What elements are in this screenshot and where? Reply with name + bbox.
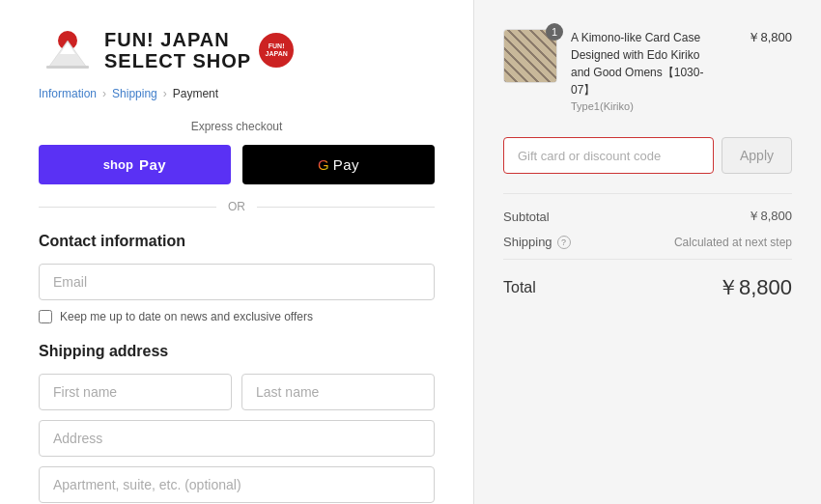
product-image-wrap: 1 <box>503 29 557 83</box>
breadcrumb-sep-2: › <box>163 87 167 100</box>
subtotal-label: Subtotal <box>503 210 550 224</box>
gpay-pay-text: Pay <box>333 156 359 173</box>
apt-field[interactable] <box>39 466 435 503</box>
last-name-field[interactable] <box>241 374 435 410</box>
contact-section-title: Contact information <box>39 233 435 250</box>
breadcrumb: Information › Shipping › Payment <box>39 87 435 100</box>
breadcrumb-sep-1: › <box>102 87 106 100</box>
subtotal-row: Subtotal ￥8,800 <box>503 208 792 225</box>
shipping-label: Shipping ? <box>503 235 571 249</box>
gpay-g-icon: G <box>318 156 329 173</box>
product-info: A Kimono-like Card Case Designed with Ed… <box>571 29 721 114</box>
newsletter-checkbox[interactable] <box>39 310 52 323</box>
svg-rect-3 <box>46 66 89 69</box>
logo-area: FUN! JAPAN SELECT SHOP FUN! JAPAN <box>39 29 435 71</box>
or-divider: OR <box>39 200 435 213</box>
breadcrumb-shipping[interactable]: Shipping <box>112 87 157 100</box>
discount-row: Apply <box>503 137 792 174</box>
gpay-button[interactable]: G Pay <box>242 145 435 184</box>
address-field[interactable] <box>39 420 435 457</box>
newsletter-row: Keep me up to date on news and exclusive… <box>39 310 435 323</box>
breadcrumb-information[interactable]: Information <box>39 87 97 100</box>
product-row: 1 A Kimono-like Card Case Designed with … <box>503 29 792 114</box>
shipping-section-title: Shipping address <box>39 343 435 360</box>
product-name: A Kimono-like Card Case Designed with Ed… <box>571 29 721 98</box>
first-name-field[interactable] <box>39 374 232 410</box>
subtotal-value: ￥8,800 <box>748 208 792 225</box>
shoppay-button[interactable]: shop Pay <box>39 145 231 184</box>
grand-total-value: ￥8,800 <box>718 273 792 302</box>
grand-total-row: Total ￥8,800 <box>503 259 792 302</box>
left-panel: FUN! JAPAN SELECT SHOP FUN! JAPAN Inform… <box>0 0 473 504</box>
product-price: ￥8,800 <box>734 29 792 46</box>
express-checkout-label: Express checkout <box>39 120 435 133</box>
express-buttons: shop Pay G Pay <box>39 145 435 184</box>
shoppay-pay-text: Pay <box>139 156 166 173</box>
name-row <box>39 374 435 410</box>
shipping-row: Shipping ? Calculated at next step <box>503 235 792 249</box>
email-field[interactable] <box>39 264 435 300</box>
breadcrumb-current: Payment <box>173 87 218 100</box>
product-variant: Type1(Kiriko) <box>571 100 721 112</box>
product-quantity-badge: 1 <box>546 23 563 41</box>
shipping-calculated-text: Calculated at next step <box>674 236 792 249</box>
logo-text: FUN! JAPAN SELECT SHOP <box>104 29 251 71</box>
shoppay-shop-text: shop <box>103 157 133 172</box>
grand-total-label: Total <box>503 279 536 296</box>
newsletter-label: Keep me up to date on news and exclusive… <box>60 310 313 323</box>
right-panel: 1 A Kimono-like Card Case Designed with … <box>473 0 821 504</box>
shipping-info-icon[interactable]: ? <box>557 236 571 249</box>
discount-code-input[interactable] <box>503 137 714 174</box>
mountain-logo-icon <box>39 29 97 71</box>
apply-discount-button[interactable]: Apply <box>722 137 792 174</box>
logo-badge: FUN! JAPAN <box>259 33 294 68</box>
totals-section: Subtotal ￥8,800 Shipping ? Calculated at… <box>503 193 792 249</box>
